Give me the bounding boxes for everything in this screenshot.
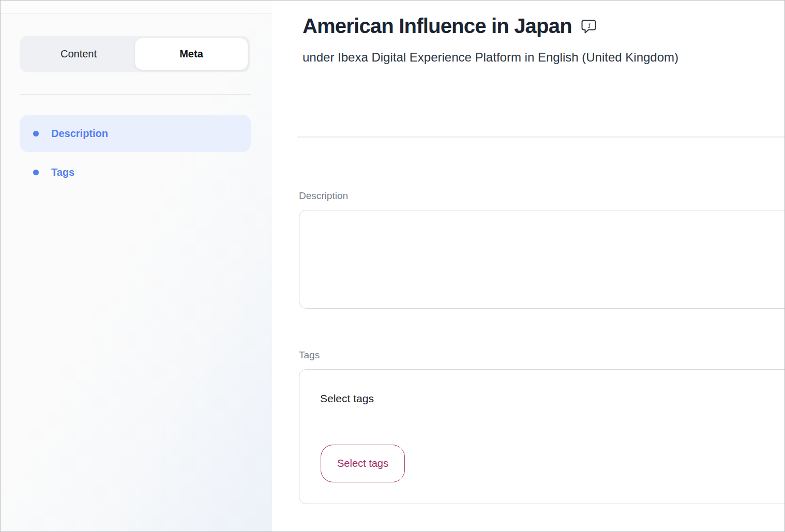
description-field-label: Description [299, 190, 348, 202]
anchor-nav: Description Tags [20, 115, 251, 191]
tags-group-title: Select tags [320, 392, 374, 405]
header-divider [297, 136, 785, 138]
select-tags-button[interactable]: Select tags [321, 445, 405, 482]
tab-meta[interactable]: Meta [135, 38, 248, 70]
content-meta-toggle: Content Meta [20, 36, 250, 72]
page-subtitle: under Ibexa Digital Experience Platform … [303, 50, 678, 65]
page-title: American Influence in Japan [303, 14, 572, 38]
anchor-label: Description [51, 128, 108, 140]
tags-field-label: Tags [299, 349, 320, 361]
svg-text:i: i [587, 22, 590, 29]
bullet-icon [33, 170, 39, 175]
info-speech-bubble-icon[interactable]: i [581, 20, 596, 34]
tab-content[interactable]: Content [22, 38, 135, 70]
anchor-item-description[interactable]: Description [20, 115, 251, 152]
app-window: Content Meta Description Tags American I… [0, 0, 785, 532]
anchor-label: Tags [51, 166, 74, 178]
tags-fieldset: Select tags Select tags [299, 369, 785, 504]
description-textarea[interactable] [299, 210, 785, 309]
anchor-item-tags[interactable]: Tags [20, 154, 251, 191]
bullet-icon [33, 131, 39, 136]
meta-sidebar: Content Meta Description Tags [1, 1, 272, 531]
sidebar-divider [20, 94, 251, 95]
page-header: American Influence in Japan i [303, 14, 596, 38]
edit-main-area: American Influence in Japan i under Ibex… [272, 1, 784, 531]
sidebar-topbar [1, 1, 272, 13]
